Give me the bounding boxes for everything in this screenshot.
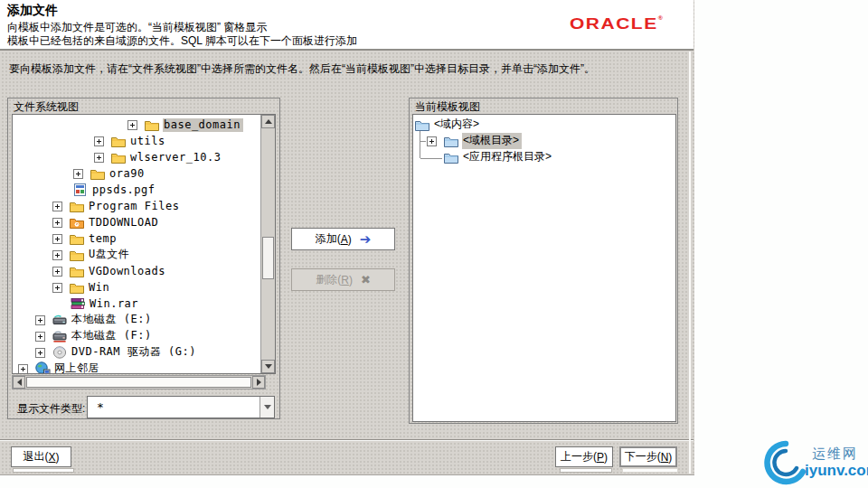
arrow-left-icon bbox=[17, 379, 22, 386]
add-button[interactable]: 添加(A)➔ bbox=[291, 228, 395, 250]
expand-plus-icon[interactable] bbox=[127, 120, 137, 130]
arrow-up-icon bbox=[265, 119, 272, 124]
horizontal-scrollbar[interactable] bbox=[12, 375, 266, 389]
scroll-down-button[interactable] bbox=[261, 360, 275, 373]
tree-item-本地磁盘-f[interactable]: 本地磁盘 (F:) bbox=[13, 328, 260, 344]
download-folder-icon bbox=[70, 215, 85, 230]
file-type-label: 显示文件类型: bbox=[17, 401, 85, 417]
tree-item-网上邻居[interactable]: 网上邻居 bbox=[13, 361, 260, 374]
network-places-icon bbox=[35, 361, 51, 374]
expand-plus-icon[interactable] bbox=[18, 364, 28, 374]
iyunv-swirl-icon bbox=[762, 438, 809, 487]
iyunv-watermark: 运维网 iyunv.com bbox=[762, 438, 868, 488]
tree-item-label: utils bbox=[129, 135, 168, 148]
tree-item-tddownload[interactable]: TDDOWNLOAD bbox=[13, 214, 260, 230]
expand-plus-icon[interactable] bbox=[35, 315, 45, 325]
tree-item-label: base_domain bbox=[163, 118, 243, 132]
expand-plus-icon[interactable] bbox=[52, 283, 62, 293]
vertical-scrollbar[interactable] bbox=[260, 115, 275, 373]
expand-plus-icon[interactable] bbox=[52, 250, 62, 260]
folder-icon bbox=[111, 150, 127, 164]
page-title: 添加文件 bbox=[7, 3, 58, 19]
button-ghost-artifact bbox=[13, 468, 74, 473]
expand-plus-icon[interactable] bbox=[35, 332, 45, 342]
tree-item-label: Win bbox=[88, 281, 112, 295]
oracle-wordmark: ORACLE bbox=[570, 14, 658, 32]
blue-folder-icon bbox=[444, 150, 459, 164]
arrow-right-icon bbox=[257, 379, 261, 386]
tree-item-win[interactable]: Win bbox=[13, 279, 260, 296]
tree-item-win-rar[interactable]: Win.rar bbox=[13, 296, 260, 312]
dialog-header: 添加文件 向模板中添加文件是可选的。“当前模板视图” 窗格显示 模板中已经包括的… bbox=[0, 0, 693, 51]
tree-item-label: <域根目录> bbox=[462, 133, 522, 149]
tree-item-utils[interactable]: utils bbox=[13, 133, 260, 149]
folder-icon bbox=[90, 166, 106, 181]
file-system-view-panel: 文件系统视图 base_domainutilswlserver_10.3ora9… bbox=[7, 98, 280, 419]
tree-item-label: Win.rar bbox=[89, 297, 141, 311]
folder-icon bbox=[145, 117, 160, 132]
expand-plus-icon[interactable] bbox=[52, 267, 62, 277]
footer-separator bbox=[0, 439, 693, 441]
folder-icon bbox=[70, 264, 85, 278]
exit-button[interactable]: 退出(X) bbox=[11, 446, 71, 467]
scroll-right-button[interactable] bbox=[252, 376, 265, 389]
tree-item-vgdownloads[interactable]: VGDownloads bbox=[13, 263, 260, 279]
expand-plus-icon[interactable] bbox=[94, 136, 104, 146]
scroll-left-button[interactable] bbox=[13, 376, 25, 389]
template-tree[interactable]: <域内容><域根目录><应用程序根目录> bbox=[412, 114, 676, 422]
expand-plus-icon[interactable] bbox=[52, 202, 62, 211]
combobox-dropdown-button[interactable] bbox=[259, 397, 274, 418]
tree-item-label: U盘文件 bbox=[88, 247, 132, 263]
current-template-view-panel: 当前模板视图 <域内容><域根目录><应用程序根目录> bbox=[409, 98, 678, 424]
tree-item-base-domain[interactable]: base_domain bbox=[13, 117, 260, 133]
blue-arrow-right-icon: ➔ bbox=[360, 232, 372, 246]
watermark-site-name: 运维网 bbox=[812, 446, 858, 463]
tree-item-label: 本地磁盘 (F:) bbox=[71, 328, 155, 344]
file-system-view-title: 文件系统视图 bbox=[14, 99, 79, 115]
blue-folder-icon bbox=[415, 117, 430, 132]
tree-item-应用程序根目录[interactable]: <应用程序根目录> bbox=[413, 149, 675, 165]
next-button[interactable]: 下一步(N) bbox=[619, 446, 677, 467]
tree-item-label: TDDOWNLOAD bbox=[88, 216, 161, 230]
tree-item-域内容[interactable]: <域内容> bbox=[413, 117, 675, 133]
chevron-down-icon bbox=[264, 405, 271, 409]
folder-icon bbox=[111, 134, 127, 148]
tree-item-label: Program Files bbox=[88, 200, 182, 213]
folder-icon bbox=[70, 280, 85, 295]
scroll-up-button[interactable] bbox=[261, 115, 275, 128]
screenshot-root: 添加文件 向模板中添加文件是可选的。“当前模板视图” 窗格显示 模板中已经包括的… bbox=[0, 0, 868, 488]
current-template-view-title: 当前模板视图 bbox=[415, 99, 480, 115]
tree-item-本地磁盘-e[interactable]: 本地磁盘 (E:) bbox=[13, 312, 260, 328]
tree-item-label: <应用程序根目录> bbox=[462, 149, 554, 165]
tree-item-域根目录[interactable]: <域根目录> bbox=[413, 133, 675, 149]
tree-item-temp[interactable]: temp bbox=[13, 230, 260, 247]
expand-plus-icon[interactable] bbox=[94, 153, 104, 163]
vertical-scrollbar-thumb[interactable] bbox=[262, 237, 274, 279]
tree-item-ora90[interactable]: ora90 bbox=[13, 165, 260, 182]
horizontal-scrollbar-thumb[interactable] bbox=[26, 377, 251, 388]
tree-item-wlserver-10-3[interactable]: wlserver_10.3 bbox=[13, 149, 260, 165]
instruction-text: 要向模板添加文件，请在“文件系统视图”中选择所需的文件名。然后在“当前模板视图”… bbox=[9, 61, 683, 77]
file-type-combobox[interactable]: * bbox=[87, 396, 275, 418]
tree-item-label: 本地磁盘 (E:) bbox=[71, 312, 155, 328]
expand-plus-icon[interactable] bbox=[52, 234, 62, 244]
tree-item-program-files[interactable]: Program Files bbox=[13, 198, 260, 214]
tree-item-ppsds-pgf[interactable]: ppsds.pgf bbox=[13, 182, 260, 198]
tree-item-dvd-ram-驱动器-g[interactable]: DVD-RAM 驱动器 (G:) bbox=[13, 344, 260, 361]
folder-icon bbox=[70, 231, 85, 246]
remove-button[interactable]: 删除(R)✖ bbox=[291, 268, 395, 291]
file-type-value: * bbox=[97, 400, 104, 414]
folder-icon bbox=[70, 248, 85, 262]
expand-plus-icon[interactable] bbox=[52, 218, 62, 228]
oracle-logo: ORACLE® bbox=[570, 14, 663, 33]
header-description-line2: 模板中已经包括的来自域源的文件。SQL 脚本可以在下一个面板进行添加 bbox=[7, 33, 357, 49]
tree-item-label: ppsds.pgf bbox=[91, 183, 158, 197]
expand-plus-icon[interactable] bbox=[35, 348, 45, 358]
previous-button[interactable]: 上一步(P) bbox=[555, 446, 613, 467]
tree-item-u盘文件[interactable]: U盘文件 bbox=[13, 247, 260, 263]
expand-plus-icon[interactable] bbox=[73, 169, 83, 179]
dvd-drive-icon bbox=[52, 345, 68, 360]
file-system-tree[interactable]: base_domainutilswlserver_10.3ora90ppsds.… bbox=[12, 114, 276, 374]
watermark-domain: iyunv.com bbox=[805, 462, 868, 480]
expand-plus-icon[interactable] bbox=[427, 136, 437, 146]
